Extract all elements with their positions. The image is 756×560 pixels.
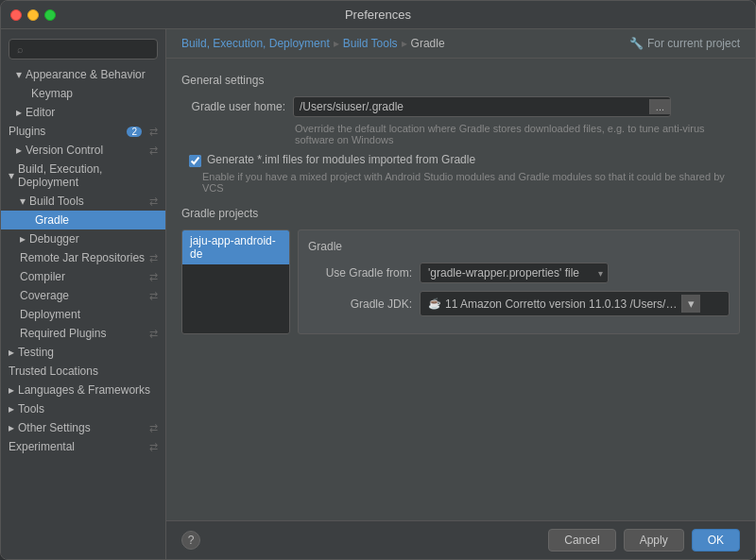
maximize-button[interactable] (44, 9, 56, 21)
sidebar-item-trusted-locations[interactable]: Trusted Locations (1, 362, 165, 381)
generate-iml-label: Generate *.iml files for modules importe… (207, 153, 475, 166)
close-button[interactable] (10, 9, 22, 21)
sync-icon: ⇄ (149, 328, 158, 340)
jdk-icon: ☕ (428, 297, 441, 310)
window-controls (10, 9, 56, 21)
sidebar-item-coverage[interactable]: Coverage ⇄ (1, 286, 165, 305)
use-gradle-select[interactable]: 'gradle-wrapper.properties' file Specifi… (420, 263, 609, 283)
help-button[interactable]: ? (181, 531, 200, 550)
sync-icon: ⇄ (149, 290, 158, 302)
general-settings-title: General settings (181, 74, 740, 87)
breadcrumb-build[interactable]: Build, Execution, Deployment (181, 37, 330, 50)
sidebar-item-label: Experimental (9, 440, 75, 453)
plugins-badge: 2 (127, 127, 142, 137)
gradle-jdk-dropdown-button[interactable]: ▾ (681, 295, 700, 313)
arrow-icon: ▸ (16, 144, 22, 157)
gradle-user-home-hint: Override the default location where Grad… (295, 123, 740, 145)
use-gradle-dropdown-wrapper: 'gradle-wrapper.properties' file Specifi… (420, 263, 609, 283)
arrow-icon: ▸ (9, 383, 14, 397)
gradle-settings-panel: Gradle Use Gradle from: 'gradle-wrapper.… (298, 229, 740, 334)
arrow-icon: ▸ (9, 402, 14, 416)
arrow-icon: ▸ (20, 232, 26, 246)
project-list-item[interactable]: jaju-app-android-de (182, 230, 289, 264)
sidebar-item-editor[interactable]: ▸ Editor (1, 103, 165, 122)
gradle-user-home-browse-button[interactable]: ... (649, 99, 670, 114)
generate-iml-row: Generate *.iml files for modules importe… (189, 153, 740, 167)
search-input[interactable] (27, 42, 149, 56)
sync-icon: ⇄ (149, 126, 158, 138)
generate-iml-checkbox[interactable] (189, 155, 201, 167)
sync-icon: ⇄ (149, 252, 158, 264)
sidebar-item-appearance-behavior[interactable]: ▾ Appearance & Behavior (1, 65, 165, 84)
arrow-icon: ▸ (9, 421, 14, 434)
sidebar-item-label: Appearance & Behavior (26, 68, 146, 81)
gradle-user-home-label: Gradle user home: (181, 100, 285, 113)
sidebar-item-keymap[interactable]: Keymap (1, 84, 165, 103)
project-list: jaju-app-android-de (181, 229, 290, 334)
sidebar-item-other-settings[interactable]: ▸ Other Settings ⇄ (1, 418, 165, 437)
sidebar-item-tools[interactable]: ▸ Tools (1, 399, 165, 418)
breadcrumb-build-tools[interactable]: Build Tools (343, 37, 398, 50)
general-settings-section: General settings Gradle user home: ... O… (181, 74, 740, 194)
gradle-projects-title: Gradle projects (181, 207, 740, 220)
sidebar-item-label: Required Plugins (20, 327, 106, 340)
sidebar-item-gradle[interactable]: Gradle (1, 211, 165, 229)
sync-icon: ⇄ (149, 271, 158, 283)
sidebar-item-label: Keymap (31, 87, 73, 100)
sidebar-item-label: Remote Jar Repositories (20, 251, 145, 264)
gradle-jdk-input-wrapper: ☕ 11 Amazon Corretto version 11.0.13 /Us… (420, 291, 730, 316)
sidebar-item-label: Languages & Frameworks (18, 383, 150, 397)
sidebar-item-label: Trusted Locations (9, 365, 98, 378)
arrow-icon: ▸ (9, 346, 14, 359)
wrench-icon: 🔧 (629, 37, 644, 50)
sidebar-item-required-plugins[interactable]: Required Plugins ⇄ (1, 324, 165, 343)
sync-icon: ⇄ (149, 144, 158, 157)
sidebar-item-experimental[interactable]: Experimental ⇄ (1, 437, 165, 456)
use-gradle-row: Use Gradle from: 'gradle-wrapper.propert… (308, 263, 730, 283)
sidebar-item-testing[interactable]: ▸ Testing (1, 343, 165, 362)
sidebar-item-label: Other Settings (18, 421, 91, 434)
gradle-user-home-row: Gradle user home: ... (181, 96, 740, 117)
sidebar-item-deployment[interactable]: Deployment (1, 305, 165, 324)
sidebar-item-debugger[interactable]: ▸ Debugger (1, 229, 165, 248)
sidebar-item-remote-jar[interactable]: Remote Jar Repositories ⇄ (1, 248, 165, 267)
gradle-jdk-row: Gradle JDK: ☕ 11 Amazon Corretto version… (308, 291, 730, 316)
sidebar-item-label: Testing (18, 346, 54, 359)
cancel-button[interactable]: Cancel (548, 529, 615, 552)
generate-iml-hint: Enable if you have a mixed project with … (202, 171, 740, 194)
minimize-button[interactable] (27, 9, 39, 21)
sidebar-item-label: Coverage (20, 289, 69, 302)
breadcrumb: Build, Execution, Deployment ▸ Build Too… (166, 29, 755, 59)
main-content: ⌕ ▾ Appearance & Behavior Keymap ▸ Edito… (1, 29, 755, 559)
footer: ? Cancel Apply OK (166, 520, 755, 559)
use-gradle-label: Use Gradle from: (308, 266, 412, 280)
arrow-icon: ▸ (16, 106, 22, 119)
titlebar: Preferences (1, 1, 755, 29)
sidebar-item-label: Deployment (20, 308, 80, 321)
sidebar-item-version-control[interactable]: ▸ Version Control ⇄ (1, 141, 165, 160)
sidebar: ⌕ ▾ Appearance & Behavior Keymap ▸ Edito… (1, 29, 166, 559)
project-item-label: jaju-app-android-de (190, 234, 276, 261)
for-project-label[interactable]: 🔧 For current project (629, 37, 740, 50)
window-title: Preferences (345, 8, 411, 22)
sidebar-item-label: Tools (18, 402, 44, 416)
sidebar-item-plugins[interactable]: Plugins 2 ⇄ (1, 122, 165, 141)
breadcrumb-gradle: Gradle (411, 37, 445, 50)
sidebar-item-compiler[interactable]: Compiler ⇄ (1, 267, 165, 286)
sidebar-item-build-execution[interactable]: ▾ Build, Execution, Deployment (1, 160, 165, 192)
search-box[interactable]: ⌕ (9, 39, 158, 59)
gradle-jdk-value: 11 Amazon Corretto version 11.0.13 /User… (445, 297, 681, 311)
settings-panel: General settings Gradle user home: ... O… (166, 59, 755, 520)
sidebar-item-label: Build, Execution, Deployment (18, 162, 158, 189)
sidebar-item-languages-frameworks[interactable]: ▸ Languages & Frameworks (1, 381, 165, 399)
projects-row: jaju-app-android-de Gradle Use Gradle fr… (181, 229, 740, 334)
arrow-icon: ▾ (9, 169, 14, 182)
sidebar-item-label: Plugins (9, 125, 45, 138)
sidebar-item-build-tools[interactable]: ▾ Build Tools ⇄ (1, 192, 165, 211)
gradle-jdk-label: Gradle JDK: (308, 297, 412, 311)
gradle-user-home-input[interactable] (294, 97, 649, 116)
apply-button[interactable]: Apply (624, 529, 684, 552)
footer-left: ? (181, 531, 200, 550)
gradle-projects-section: Gradle projects jaju-app-android-de Grad… (181, 207, 740, 334)
ok-button[interactable]: OK (692, 529, 740, 552)
